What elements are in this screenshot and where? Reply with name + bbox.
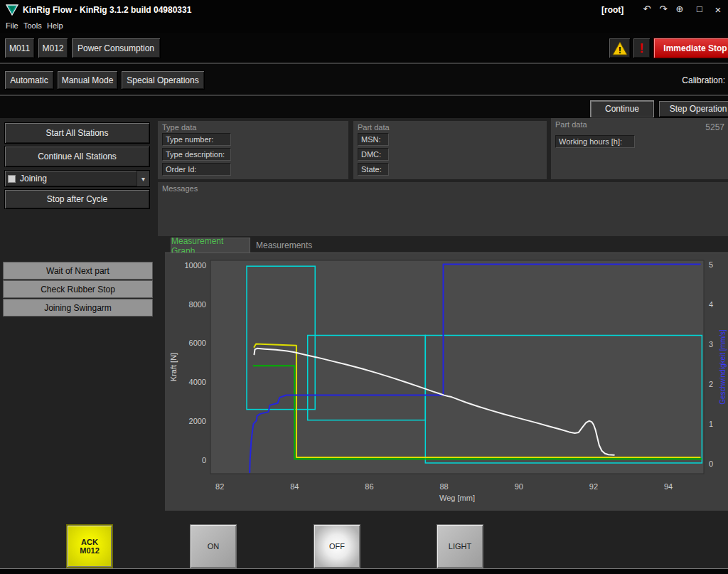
tab-m012[interactable]: M012 xyxy=(38,38,68,58)
app-logo-icon xyxy=(6,4,18,16)
part-data-2-title: Part data xyxy=(555,120,587,129)
menu-bar: File Tools Help xyxy=(0,20,728,33)
svg-text:Weg [mm]: Weg [mm] xyxy=(439,494,475,502)
title-bar: KinRig Flow - KinRig 3.1.2 build 0498033… xyxy=(0,0,728,20)
svg-text:0: 0 xyxy=(709,459,713,468)
light-button[interactable]: LIGHT xyxy=(437,524,483,568)
special-operations-button[interactable]: Special Operations xyxy=(121,70,205,90)
logged-user-label: [root] xyxy=(601,5,623,15)
svg-text:92: 92 xyxy=(589,482,598,491)
operation-select-value: Joining xyxy=(20,174,136,184)
svg-text:!: ! xyxy=(618,44,621,55)
svg-text:8000: 8000 xyxy=(189,300,206,309)
menu-tools[interactable]: Tools xyxy=(23,21,42,30)
ack-m012-button[interactable]: ACK M012 xyxy=(66,524,113,568)
close-icon[interactable]: × xyxy=(711,4,725,16)
warning-triangle-icon: ! xyxy=(612,41,628,55)
svg-text:10000: 10000 xyxy=(184,261,206,270)
manual-mode-button[interactable]: Manual Mode xyxy=(57,70,118,90)
svg-text:84: 84 xyxy=(290,482,299,491)
calibration-label: Calibration: xyxy=(661,75,725,85)
working-hours-value: 5257 xyxy=(705,122,724,132)
window-title: KinRig Flow - KinRig 3.1.2 build 0498033… xyxy=(23,5,191,15)
chevron-down-icon[interactable]: ▾ xyxy=(136,171,149,186)
part-data-title: Part data xyxy=(358,123,390,132)
svg-text:Geschwindigkeit [mm/s]: Geschwindigkeit [mm/s] xyxy=(719,329,727,405)
station-bar: M011 M012 Power Consumption ! ! Immediat… xyxy=(0,33,728,63)
type-data-group: Type data Type number: Type description:… xyxy=(158,121,348,179)
svg-text:Kraft [N]: Kraft [N] xyxy=(169,353,178,381)
step-operation-button[interactable]: Step Operation xyxy=(658,100,728,117)
svg-text:3: 3 xyxy=(709,340,713,349)
mode-bar: Automatic Manual Mode Special Operations… xyxy=(0,64,728,95)
working-hours-label: Working hours [h]: xyxy=(555,135,635,148)
back-icon[interactable]: ↶ xyxy=(640,4,654,14)
tab-power-consumption[interactable]: Power Consumption xyxy=(71,38,161,58)
part-data-group: Part data MSN: DMC: State: xyxy=(353,121,547,179)
messages-title: Messages xyxy=(162,184,198,193)
svg-text:2: 2 xyxy=(709,380,713,388)
svg-text:86: 86 xyxy=(365,482,373,491)
stop-after-cycle-button[interactable]: Stop after Cycle xyxy=(4,189,150,209)
svg-text:2000: 2000 xyxy=(189,417,206,425)
tab-measurements[interactable]: Measurements xyxy=(256,240,312,250)
svg-text:94: 94 xyxy=(664,482,673,491)
globe-icon[interactable]: ⊕ xyxy=(673,4,687,14)
tab-measurement-graph[interactable]: Measurement Graph xyxy=(171,238,250,253)
svg-text:0: 0 xyxy=(202,456,206,464)
continue-button[interactable]: Continue xyxy=(590,100,654,117)
svg-text:1: 1 xyxy=(709,420,713,428)
forward-icon[interactable]: ↷ xyxy=(656,4,670,14)
state-label: State: xyxy=(358,163,389,176)
part-data-group-2: Part data 5257 Working hours [h]: xyxy=(551,118,728,179)
svg-text:90: 90 xyxy=(515,482,523,491)
immediate-stop-button[interactable]: Immediate Stop xyxy=(653,38,728,58)
bottom-edge-strip xyxy=(0,568,728,574)
msn-label: MSN: xyxy=(358,133,389,146)
selection-swatch-icon xyxy=(8,175,16,183)
error-exclamation-icon: ! xyxy=(639,41,643,56)
operation-select[interactable]: Joining ▾ xyxy=(4,170,150,187)
type-data-title: Type data xyxy=(162,123,196,132)
measurement-chart: 82848688909294Weg [mm]020004000600080001… xyxy=(165,253,728,511)
main-content: Start All Stations Continue All Stations… xyxy=(0,118,728,568)
start-all-stations-button[interactable]: Start All Stations xyxy=(4,122,150,144)
application-window: KinRig Flow - KinRig 3.1.2 build 0498033… xyxy=(0,0,728,574)
svg-text:82: 82 xyxy=(215,482,224,491)
type-description-label: Type description: xyxy=(162,148,231,161)
order-id-label: Order Id: xyxy=(162,163,231,176)
type-number-label: Type number: xyxy=(162,133,231,146)
automatic-button[interactable]: Automatic xyxy=(4,70,54,90)
maximize-icon[interactable]: □ xyxy=(692,4,707,14)
warning-indicator[interactable]: ! xyxy=(609,38,631,58)
tab-m011[interactable]: M011 xyxy=(4,38,35,58)
step-bar: Continue Step Operation xyxy=(0,96,728,118)
error-indicator[interactable]: ! xyxy=(633,38,651,58)
svg-text:4: 4 xyxy=(709,300,713,309)
status-joining-swingarm[interactable]: Joining Swingarm xyxy=(3,299,153,317)
messages-group: Messages xyxy=(158,182,728,236)
svg-text:88: 88 xyxy=(439,482,448,491)
menu-file[interactable]: File xyxy=(6,21,18,30)
on-button[interactable]: ON xyxy=(190,524,237,568)
svg-text:5: 5 xyxy=(709,260,713,269)
svg-text:6000: 6000 xyxy=(189,339,206,347)
status-check-rubber-stop[interactable]: Check Rubber Stop xyxy=(3,280,153,298)
continue-all-stations-button[interactable]: Continue All Stations xyxy=(4,146,150,167)
off-button[interactable]: OFF xyxy=(314,524,360,568)
svg-text:4000: 4000 xyxy=(189,378,206,386)
dmc-label: DMC: xyxy=(358,148,389,161)
status-wait-next-part[interactable]: Wait of Next part xyxy=(3,262,153,280)
menu-help[interactable]: Help xyxy=(47,21,63,30)
